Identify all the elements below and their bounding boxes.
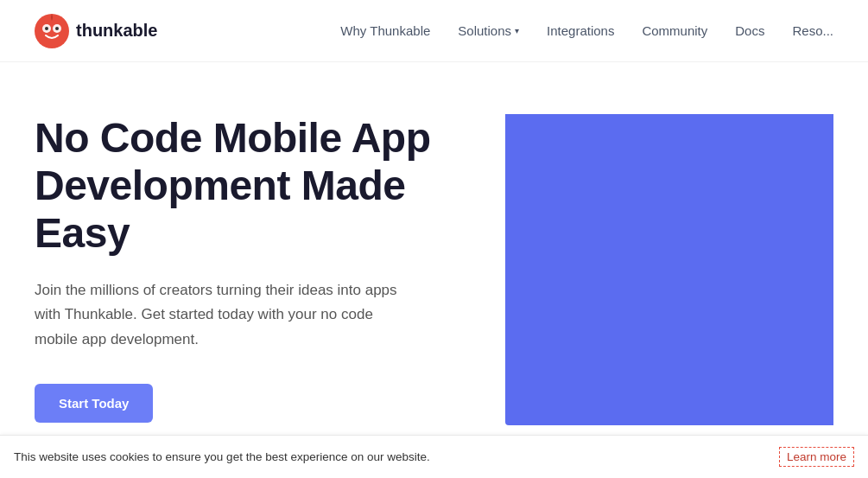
nav-docs[interactable]: Docs [735,23,764,38]
thunkable-logo-icon [35,14,69,48]
hero-subtitle: Join the millions of creators turning th… [35,278,397,354]
start-today-button[interactable]: Start Today [35,384,153,423]
hero-blue-graphic [505,114,833,425]
main-nav: Why Thunkable Solutions ▾ Integrations C… [340,23,833,38]
hero-left: No Code Mobile App Development Made Easy… [35,114,474,423]
hero-right [474,114,833,443]
nav-why-thunkable[interactable]: Why Thunkable [340,23,430,38]
svg-point-3 [45,27,48,30]
cookie-learn-more-link[interactable]: Learn more [779,447,854,467]
hero-title: No Code Mobile App Development Made Easy [35,114,440,258]
logo[interactable]: thunkable [35,14,157,48]
header: thunkable Why Thunkable Solutions ▾ Inte… [0,0,868,62]
hero-section: No Code Mobile App Development Made Easy… [0,62,868,435]
cookie-banner-text: This website uses cookies to ensure you … [14,450,772,463]
nav-resources[interactable]: Reso... [792,23,833,38]
nav-solutions[interactable]: Solutions ▾ [458,23,519,38]
logo-text: thunkable [76,21,157,41]
cookie-banner: This website uses cookies to ensure you … [0,435,868,478]
nav-integrations[interactable]: Integrations [547,23,614,38]
svg-point-4 [55,27,59,30]
chevron-down-icon: ▾ [515,26,519,35]
nav-community[interactable]: Community [642,23,707,38]
